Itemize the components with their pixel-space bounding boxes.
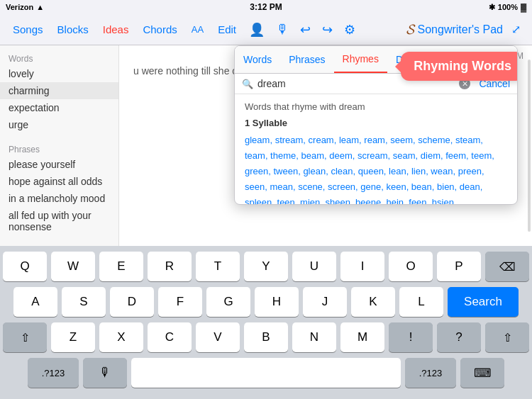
tab-chords[interactable]: Chords: [135, 21, 184, 38]
key-s[interactable]: S: [62, 287, 106, 317]
sidebar-item-urge[interactable]: urge: [0, 116, 118, 133]
key-e[interactable]: E: [99, 252, 143, 281]
sidebar: Words lovely charming expectation urge P…: [0, 45, 119, 246]
popup-tab-phrases[interactable]: Phrases: [280, 47, 333, 72]
redo-icon[interactable]: ↪: [316, 19, 338, 40]
sidebar-item-phrase-1[interactable]: please yourself: [0, 156, 118, 173]
key-x[interactable]: X: [99, 322, 143, 352]
sidebar-item-lovely[interactable]: lovely: [0, 65, 118, 82]
sidebar-item-charming[interactable]: charming: [0, 82, 118, 99]
bluetooth-icon: ✱: [489, 3, 495, 12]
key-microphone[interactable]: 🎙: [83, 358, 127, 388]
key-keyboard[interactable]: ⌨: [460, 358, 504, 388]
key-t[interactable]: T: [196, 252, 240, 281]
keyboard: Q W E R T Y U I O P ⌫ A S D F G H J K L …: [0, 246, 532, 399]
key-shift[interactable]: ⇧: [3, 322, 47, 352]
key-h[interactable]: H: [255, 287, 299, 317]
key-shift-right[interactable]: ⇧: [485, 322, 529, 352]
key-y[interactable]: Y: [244, 252, 288, 281]
wifi-icon: ▲: [36, 3, 44, 11]
nav-bar: Songs Blocks Ideas Chords AA Edit 👤 🎙 ↩ …: [0, 14, 532, 45]
person-icon[interactable]: 👤: [243, 19, 270, 40]
tab-songs[interactable]: Songs: [6, 21, 50, 38]
key-numbers[interactable]: .?123: [28, 358, 79, 388]
editor-area[interactable]: c: 10/10/2013 3:09 PM u were nothing til…: [119, 45, 532, 246]
tab-ideas[interactable]: Ideas: [96, 21, 136, 38]
tab-blocks[interactable]: Blocks: [50, 21, 96, 38]
battery-icon: ▓: [521, 3, 526, 11]
key-l[interactable]: L: [399, 287, 443, 317]
carrier-label: Verizon: [6, 3, 33, 11]
keyboard-row-1: Q W E R T Y U I O P ⌫: [2, 252, 530, 281]
popup-description: Words that rhyme with dream: [245, 101, 507, 112]
key-search[interactable]: Search: [448, 287, 519, 317]
key-g[interactable]: G: [206, 287, 250, 317]
key-exclaim[interactable]: !: [389, 322, 433, 352]
sidebar-item-phrase-3[interactable]: in a melancholy mood: [0, 190, 118, 207]
sidebar-item-phrase-2[interactable]: hope against all odds: [0, 173, 118, 190]
key-d[interactable]: D: [110, 287, 154, 317]
app-icon: 𝓢: [406, 21, 415, 38]
battery-level: 100%: [498, 3, 518, 11]
main-content: Words lovely charming expectation urge P…: [0, 45, 532, 246]
key-a[interactable]: A: [13, 287, 57, 317]
key-c[interactable]: C: [148, 322, 192, 352]
key-z[interactable]: Z: [51, 322, 95, 352]
key-q[interactable]: Q: [3, 252, 47, 281]
popup-tab-words[interactable]: Words: [235, 47, 280, 72]
key-o[interactable]: O: [389, 252, 433, 281]
rhyme-words-list[interactable]: gleam, stream, cream, leam, ream, seem, …: [245, 133, 507, 204]
microphone-icon[interactable]: 🎙: [270, 19, 294, 40]
key-u[interactable]: U: [292, 252, 336, 281]
popup-tab-rhymes[interactable]: Rhymes: [334, 46, 387, 73]
clock: 3:12 PM: [250, 2, 282, 12]
words-section-header: Words: [0, 51, 118, 65]
rhyme-popup: Words Phrases Rhymes Dictionary Thesauru…: [234, 45, 518, 205]
key-f[interactable]: F: [158, 287, 202, 317]
app-title: Songwriter's Pad: [418, 23, 503, 36]
syllable-header: 1 Syllable: [245, 118, 507, 128]
nav-right: 𝓢 Songwriter's Pad ⤢: [406, 20, 526, 39]
key-space[interactable]: [131, 358, 401, 388]
phrases-section-header: Phrases: [0, 142, 118, 156]
key-numbers-right[interactable]: .?123: [405, 358, 456, 388]
key-backspace[interactable]: ⌫: [485, 252, 529, 281]
key-j[interactable]: J: [303, 287, 347, 317]
font-size-button[interactable]: AA: [184, 21, 211, 38]
rhyme-tooltip: Rhyming Words: [401, 52, 518, 81]
expand-icon[interactable]: ⤢: [506, 20, 526, 39]
key-m[interactable]: M: [340, 322, 384, 352]
key-question[interactable]: ?: [437, 322, 481, 352]
keyboard-row-3: ⇧ Z X C V B N M ! ? ⇧: [2, 322, 530, 352]
status-bar: Verizon ▲ 3:12 PM ✱ 100% ▓: [0, 0, 532, 14]
key-w[interactable]: W: [51, 252, 95, 281]
popup-content: Words that rhyme with dream 1 Syllable g…: [235, 94, 517, 204]
keyboard-bottom-row: .?123 🎙 .?123 ⌨: [2, 358, 530, 388]
edit-button[interactable]: Edit: [211, 21, 243, 38]
key-b[interactable]: B: [244, 322, 288, 352]
undo-icon[interactable]: ↩: [294, 19, 316, 40]
keyboard-row-2: A S D F G H J K L Search: [2, 287, 530, 317]
sidebar-item-phrase-4[interactable]: all fed up with your nonsense: [0, 207, 118, 235]
scroll-indicator: [528, 60, 531, 232]
key-n[interactable]: N: [292, 322, 336, 352]
settings-icon[interactable]: ⚙: [338, 19, 361, 40]
key-i[interactable]: I: [340, 252, 384, 281]
key-k[interactable]: K: [351, 287, 395, 317]
key-r[interactable]: R: [148, 252, 192, 281]
sidebar-item-expectation[interactable]: expectation: [0, 99, 118, 116]
popup-search-icon: 🔍: [242, 79, 253, 89]
key-v[interactable]: V: [196, 322, 240, 352]
key-p[interactable]: P: [437, 252, 481, 281]
